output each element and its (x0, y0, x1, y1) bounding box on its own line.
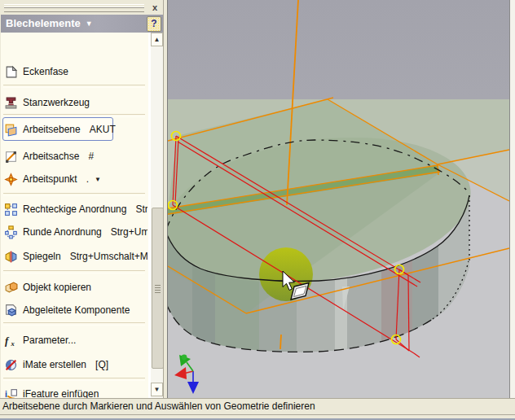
panel-top-strip: x (1, 1, 163, 15)
menu-item-label: Runde Anordnung (23, 226, 102, 238)
circular-pattern-icon (4, 225, 18, 239)
work-plane-icon (4, 123, 18, 137)
menu-item-label: Abgeleitete Komponente (23, 304, 130, 316)
status-text: Arbeitsebene durch Markieren und Auswähl… (2, 400, 315, 412)
menu-item-abgeleitete-komponente[interactable]: Abgeleitete Komponente (4, 299, 147, 322)
viewport-3d[interactable] (168, 0, 509, 398)
inventor-window: { "panel": { "title": "Blechelemente", "… (0, 0, 515, 420)
menu-item-spiegeln[interactable]: SpiegelnStrg+Umschalt+M (4, 245, 147, 268)
menu-item-label: Spiegeln (23, 251, 61, 262)
panel-title-bar[interactable]: Blechelemente▼ ? (1, 15, 163, 33)
panel-title: Blechelemente (1, 17, 81, 29)
menu-item-shortcut: Strg+ (135, 203, 147, 215)
punch-tool-icon (4, 96, 18, 110)
menu-item-shortcut: Strg+Umsch (111, 226, 147, 238)
menu-item-parameter-[interactable]: fxParameter... (4, 329, 147, 352)
menu-item-objekt-kopieren[interactable]: Objekt kopieren (4, 276, 147, 299)
group-separator (3, 114, 145, 117)
menu-item-arbeitsebene[interactable]: ArbeitsebeneAKUT (4, 118, 147, 141)
close-icon[interactable]: x (149, 2, 161, 13)
menu-item-imate-erstellen[interactable]: iMate erstellen[Q] (4, 353, 147, 376)
group-separator (3, 270, 145, 273)
menu-item-label: Eckenfase (23, 66, 68, 77)
menu-item-label: Objekt kopieren (23, 282, 91, 293)
menu-item-rechteckige-anordnung[interactable]: Rechteckige AnordnungStrg+ (4, 198, 147, 221)
menu-item-label: iFeature einfügen (23, 388, 99, 398)
panel-bar: x Blechelemente▼ ? EckenfaseStanzwerkzeu… (1, 1, 163, 398)
menu-item-label: Stanzwerkzeug (23, 97, 90, 108)
svg-text:x: x (11, 339, 15, 347)
corner-chamfer-icon (4, 65, 18, 79)
menu-item-label: Rechteckige Anordnung (23, 203, 126, 215)
group-separator (3, 378, 145, 381)
grab-handle[interactable] (4, 4, 144, 12)
status-bar: Arbeitsebene durch Markieren und Auswähl… (0, 398, 515, 414)
thumb-grip (155, 285, 161, 293)
scroll-thumb[interactable] (152, 208, 164, 369)
menu-item-label: Arbeitsebene (23, 124, 81, 135)
svg-text:i: i (5, 388, 7, 398)
rect-pattern-icon (4, 203, 18, 217)
group-separator (3, 85, 145, 88)
help-icon[interactable]: ? (147, 16, 161, 32)
derived-component-icon (4, 304, 18, 317)
chevron-down-icon[interactable]: ▼ (95, 176, 101, 183)
menu-item-stanzwerkzeug[interactable]: Stanzwerkzeug (4, 91, 147, 114)
right-edge-strip (509, 0, 515, 398)
menu-item-ifeature-einf-gen[interactable]: iiFeature einfügen (4, 383, 147, 398)
menu-item-shortcut: AKUT (90, 124, 116, 135)
svg-text:f: f (5, 335, 10, 346)
scroll-up-icon[interactable]: ▲ (151, 33, 163, 46)
menu-item-runde-anordnung[interactable]: Runde AnordnungStrg+Umsch (4, 221, 147, 243)
work-axis-icon (4, 150, 18, 164)
menu-item-label: Parameter... (23, 335, 76, 346)
menu-item-label: Arbeitspunkt (23, 173, 77, 185)
imate-icon (4, 358, 18, 372)
group-separator (3, 322, 145, 326)
menu-item-shortcut: # (88, 151, 94, 162)
menu-item-arbeitsachse[interactable]: Arbeitsachse# (4, 145, 147, 168)
menu-item-shortcut: [Q] (95, 359, 108, 370)
parameters-icon: fx (4, 334, 18, 348)
panel-item-list: EckenfaseStanzwerkzeugArbeitsebeneAKUTAr… (1, 33, 148, 398)
window-bottom-edge (0, 414, 515, 420)
menu-item-shortcut: Strg+Umschalt+M (70, 251, 147, 262)
panel-scrollbar[interactable]: ▲ ▼ (151, 33, 164, 398)
title-dropdown-icon[interactable]: ▼ (86, 20, 93, 28)
scroll-down-icon[interactable]: ▼ (151, 383, 163, 396)
menu-item-label: iMate erstellen (23, 359, 86, 370)
scene-svg[interactable] (168, 0, 509, 398)
menu-item-eckenfase[interactable]: Eckenfase (4, 60, 147, 83)
menu-item-arbeitspunkt[interactable]: Arbeitspunkt.▼ (4, 168, 147, 190)
mirror-icon (4, 250, 18, 264)
menu-item-label: Arbeitsachse (23, 151, 79, 162)
copy-object-icon (4, 281, 18, 295)
work-point-icon (4, 173, 18, 186)
ifeature-icon: i (4, 387, 18, 399)
menu-item-shortcut: . (86, 173, 89, 185)
group-separator (3, 193, 145, 196)
